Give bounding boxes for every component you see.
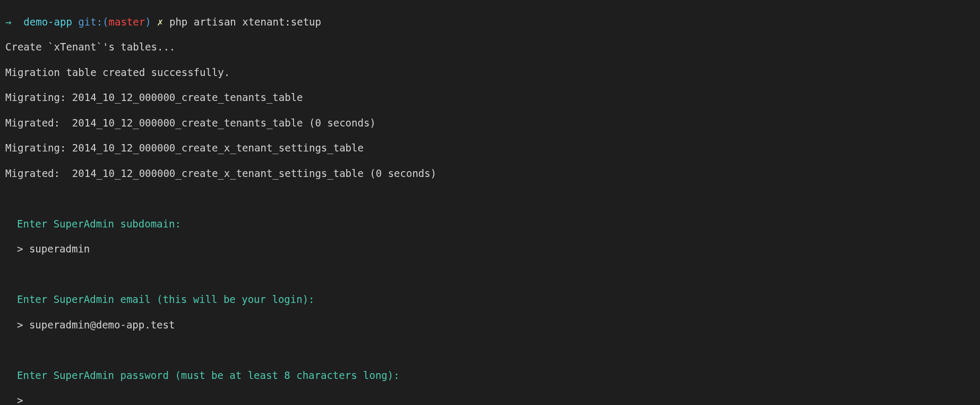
- output-line: Migration table created successfully.: [5, 66, 975, 79]
- git-label: git:(: [78, 16, 108, 28]
- output-line: Migrating: 2014_10_12_000000_create_tena…: [5, 91, 975, 104]
- prompt-dir: demo-app: [23, 16, 72, 28]
- prompt-line: → demo-app git:(master) ✗ php artisan xt…: [5, 16, 975, 29]
- command-text: php artisan xtenant:setup: [169, 16, 321, 28]
- output-line: Migrated: 2014_10_12_000000_create_x_ten…: [5, 167, 975, 180]
- blank-line: [5, 344, 975, 357]
- prompt-arrow: →: [5, 16, 11, 28]
- output-line: Create `xTenant`'s tables...: [5, 41, 975, 54]
- question-password: Enter SuperAdmin password (must be at le…: [5, 369, 975, 382]
- blank-line: [5, 268, 975, 281]
- terminal-output[interactable]: → demo-app git:(master) ✗ php artisan xt…: [5, 3, 975, 405]
- git-close: ): [145, 16, 151, 28]
- question-email: Enter SuperAdmin email (this will be you…: [5, 293, 975, 306]
- output-line: Migrating: 2014_10_12_000000_create_x_te…: [5, 142, 975, 155]
- question-subdomain: Enter SuperAdmin subdomain:: [5, 218, 975, 231]
- output-line: Migrated: 2014_10_12_000000_create_tenan…: [5, 117, 975, 130]
- git-branch: master: [109, 16, 145, 28]
- answer-subdomain: > superadmin: [5, 243, 975, 256]
- blank-line: [5, 192, 975, 205]
- dirty-icon: ✗: [157, 16, 163, 28]
- answer-password: >: [5, 394, 975, 405]
- answer-email: > superadmin@demo-app.test: [5, 319, 975, 332]
